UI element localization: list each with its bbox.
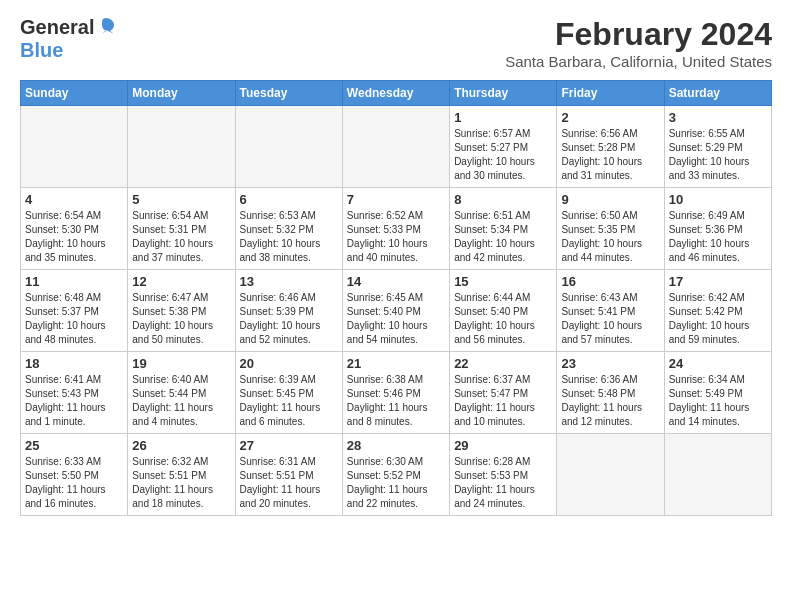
location-title: Santa Barbara, California, United States — [505, 53, 772, 70]
day-info: Sunrise: 6:49 AM Sunset: 5:36 PM Dayligh… — [669, 209, 767, 265]
day-number: 6 — [240, 192, 338, 207]
logo-general-text: General — [20, 16, 94, 39]
calendar-cell: 9Sunrise: 6:50 AM Sunset: 5:35 PM Daylig… — [557, 188, 664, 270]
day-info: Sunrise: 6:30 AM Sunset: 5:52 PM Dayligh… — [347, 455, 445, 511]
calendar-cell: 12Sunrise: 6:47 AM Sunset: 5:38 PM Dayli… — [128, 270, 235, 352]
calendar-cell: 15Sunrise: 6:44 AM Sunset: 5:40 PM Dayli… — [450, 270, 557, 352]
day-number: 24 — [669, 356, 767, 371]
calendar-cell: 8Sunrise: 6:51 AM Sunset: 5:34 PM Daylig… — [450, 188, 557, 270]
calendar-cell: 18Sunrise: 6:41 AM Sunset: 5:43 PM Dayli… — [21, 352, 128, 434]
calendar-cell: 6Sunrise: 6:53 AM Sunset: 5:32 PM Daylig… — [235, 188, 342, 270]
calendar-cell: 25Sunrise: 6:33 AM Sunset: 5:50 PM Dayli… — [21, 434, 128, 516]
day-number: 23 — [561, 356, 659, 371]
calendar-cell: 22Sunrise: 6:37 AM Sunset: 5:47 PM Dayli… — [450, 352, 557, 434]
day-info: Sunrise: 6:38 AM Sunset: 5:46 PM Dayligh… — [347, 373, 445, 429]
day-number: 15 — [454, 274, 552, 289]
day-info: Sunrise: 6:54 AM Sunset: 5:31 PM Dayligh… — [132, 209, 230, 265]
day-info: Sunrise: 6:57 AM Sunset: 5:27 PM Dayligh… — [454, 127, 552, 183]
day-number: 20 — [240, 356, 338, 371]
calendar-week-row: 1Sunrise: 6:57 AM Sunset: 5:27 PM Daylig… — [21, 106, 772, 188]
day-info: Sunrise: 6:40 AM Sunset: 5:44 PM Dayligh… — [132, 373, 230, 429]
day-number: 2 — [561, 110, 659, 125]
calendar-cell: 19Sunrise: 6:40 AM Sunset: 5:44 PM Dayli… — [128, 352, 235, 434]
calendar-cell: 5Sunrise: 6:54 AM Sunset: 5:31 PM Daylig… — [128, 188, 235, 270]
weekday-header-thursday: Thursday — [450, 81, 557, 106]
day-info: Sunrise: 6:51 AM Sunset: 5:34 PM Dayligh… — [454, 209, 552, 265]
calendar-cell: 2Sunrise: 6:56 AM Sunset: 5:28 PM Daylig… — [557, 106, 664, 188]
day-number: 1 — [454, 110, 552, 125]
day-number: 14 — [347, 274, 445, 289]
day-number: 12 — [132, 274, 230, 289]
day-info: Sunrise: 6:28 AM Sunset: 5:53 PM Dayligh… — [454, 455, 552, 511]
day-number: 7 — [347, 192, 445, 207]
calendar-cell: 24Sunrise: 6:34 AM Sunset: 5:49 PM Dayli… — [664, 352, 771, 434]
header: General Blue February 2024 Santa Barbara… — [20, 16, 772, 70]
day-info: Sunrise: 6:43 AM Sunset: 5:41 PM Dayligh… — [561, 291, 659, 347]
calendar-cell: 23Sunrise: 6:36 AM Sunset: 5:48 PM Dayli… — [557, 352, 664, 434]
calendar-cell: 17Sunrise: 6:42 AM Sunset: 5:42 PM Dayli… — [664, 270, 771, 352]
day-number: 11 — [25, 274, 123, 289]
day-number: 3 — [669, 110, 767, 125]
day-number: 18 — [25, 356, 123, 371]
weekday-header-tuesday: Tuesday — [235, 81, 342, 106]
day-number: 29 — [454, 438, 552, 453]
logo-bird-icon — [96, 16, 116, 36]
day-info: Sunrise: 6:44 AM Sunset: 5:40 PM Dayligh… — [454, 291, 552, 347]
day-info: Sunrise: 6:56 AM Sunset: 5:28 PM Dayligh… — [561, 127, 659, 183]
calendar-cell: 16Sunrise: 6:43 AM Sunset: 5:41 PM Dayli… — [557, 270, 664, 352]
calendar-cell: 26Sunrise: 6:32 AM Sunset: 5:51 PM Dayli… — [128, 434, 235, 516]
day-info: Sunrise: 6:50 AM Sunset: 5:35 PM Dayligh… — [561, 209, 659, 265]
calendar-cell: 7Sunrise: 6:52 AM Sunset: 5:33 PM Daylig… — [342, 188, 449, 270]
day-info: Sunrise: 6:42 AM Sunset: 5:42 PM Dayligh… — [669, 291, 767, 347]
calendar-cell: 3Sunrise: 6:55 AM Sunset: 5:29 PM Daylig… — [664, 106, 771, 188]
logo: General Blue — [20, 16, 116, 62]
day-number: 25 — [25, 438, 123, 453]
calendar-cell — [235, 106, 342, 188]
calendar-cell: 14Sunrise: 6:45 AM Sunset: 5:40 PM Dayli… — [342, 270, 449, 352]
day-info: Sunrise: 6:39 AM Sunset: 5:45 PM Dayligh… — [240, 373, 338, 429]
weekday-header-friday: Friday — [557, 81, 664, 106]
weekday-header-row: SundayMondayTuesdayWednesdayThursdayFrid… — [21, 81, 772, 106]
calendar-week-row: 18Sunrise: 6:41 AM Sunset: 5:43 PM Dayli… — [21, 352, 772, 434]
day-info: Sunrise: 6:41 AM Sunset: 5:43 PM Dayligh… — [25, 373, 123, 429]
day-info: Sunrise: 6:33 AM Sunset: 5:50 PM Dayligh… — [25, 455, 123, 511]
day-info: Sunrise: 6:34 AM Sunset: 5:49 PM Dayligh… — [669, 373, 767, 429]
day-number: 27 — [240, 438, 338, 453]
day-info: Sunrise: 6:52 AM Sunset: 5:33 PM Dayligh… — [347, 209, 445, 265]
calendar-cell: 11Sunrise: 6:48 AM Sunset: 5:37 PM Dayli… — [21, 270, 128, 352]
day-info: Sunrise: 6:48 AM Sunset: 5:37 PM Dayligh… — [25, 291, 123, 347]
day-number: 17 — [669, 274, 767, 289]
day-info: Sunrise: 6:36 AM Sunset: 5:48 PM Dayligh… — [561, 373, 659, 429]
weekday-header-wednesday: Wednesday — [342, 81, 449, 106]
day-info: Sunrise: 6:31 AM Sunset: 5:51 PM Dayligh… — [240, 455, 338, 511]
calendar-cell: 4Sunrise: 6:54 AM Sunset: 5:30 PM Daylig… — [21, 188, 128, 270]
calendar-cell — [342, 106, 449, 188]
day-info: Sunrise: 6:47 AM Sunset: 5:38 PM Dayligh… — [132, 291, 230, 347]
calendar-cell — [21, 106, 128, 188]
day-number: 16 — [561, 274, 659, 289]
day-info: Sunrise: 6:54 AM Sunset: 5:30 PM Dayligh… — [25, 209, 123, 265]
calendar-table: SundayMondayTuesdayWednesdayThursdayFrid… — [20, 80, 772, 516]
title-area: February 2024 Santa Barbara, California,… — [505, 16, 772, 70]
day-number: 5 — [132, 192, 230, 207]
calendar-cell — [557, 434, 664, 516]
calendar-cell — [128, 106, 235, 188]
calendar-cell: 29Sunrise: 6:28 AM Sunset: 5:53 PM Dayli… — [450, 434, 557, 516]
day-info: Sunrise: 6:37 AM Sunset: 5:47 PM Dayligh… — [454, 373, 552, 429]
day-info: Sunrise: 6:55 AM Sunset: 5:29 PM Dayligh… — [669, 127, 767, 183]
day-number: 9 — [561, 192, 659, 207]
weekday-header-monday: Monday — [128, 81, 235, 106]
calendar-week-row: 4Sunrise: 6:54 AM Sunset: 5:30 PM Daylig… — [21, 188, 772, 270]
calendar-cell: 13Sunrise: 6:46 AM Sunset: 5:39 PM Dayli… — [235, 270, 342, 352]
day-number: 22 — [454, 356, 552, 371]
weekday-header-saturday: Saturday — [664, 81, 771, 106]
day-info: Sunrise: 6:32 AM Sunset: 5:51 PM Dayligh… — [132, 455, 230, 511]
day-number: 13 — [240, 274, 338, 289]
calendar-week-row: 25Sunrise: 6:33 AM Sunset: 5:50 PM Dayli… — [21, 434, 772, 516]
day-info: Sunrise: 6:46 AM Sunset: 5:39 PM Dayligh… — [240, 291, 338, 347]
day-number: 26 — [132, 438, 230, 453]
day-info: Sunrise: 6:45 AM Sunset: 5:40 PM Dayligh… — [347, 291, 445, 347]
calendar-cell: 10Sunrise: 6:49 AM Sunset: 5:36 PM Dayli… — [664, 188, 771, 270]
day-info: Sunrise: 6:53 AM Sunset: 5:32 PM Dayligh… — [240, 209, 338, 265]
day-number: 19 — [132, 356, 230, 371]
